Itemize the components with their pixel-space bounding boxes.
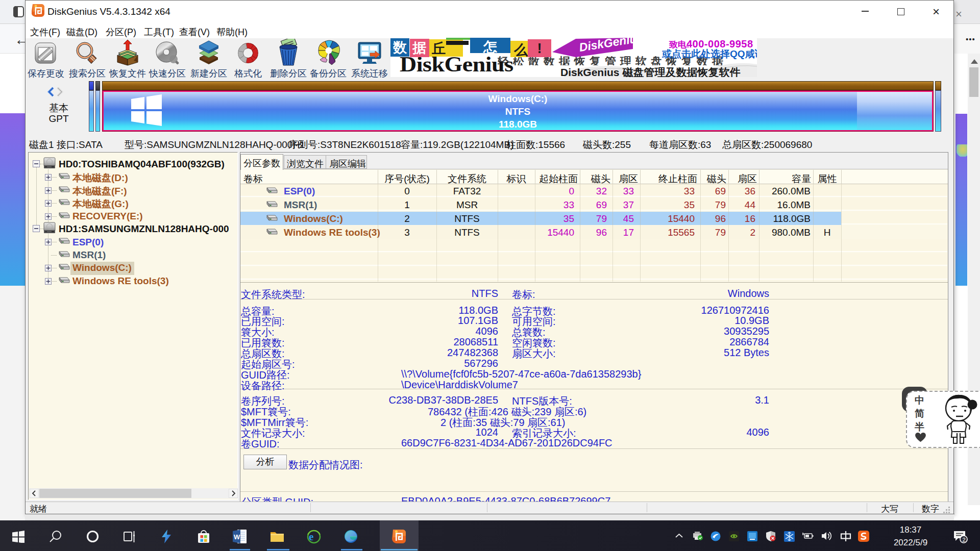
svg-text:W: W — [234, 533, 240, 541]
svg-text:2: 2 — [963, 537, 966, 543]
